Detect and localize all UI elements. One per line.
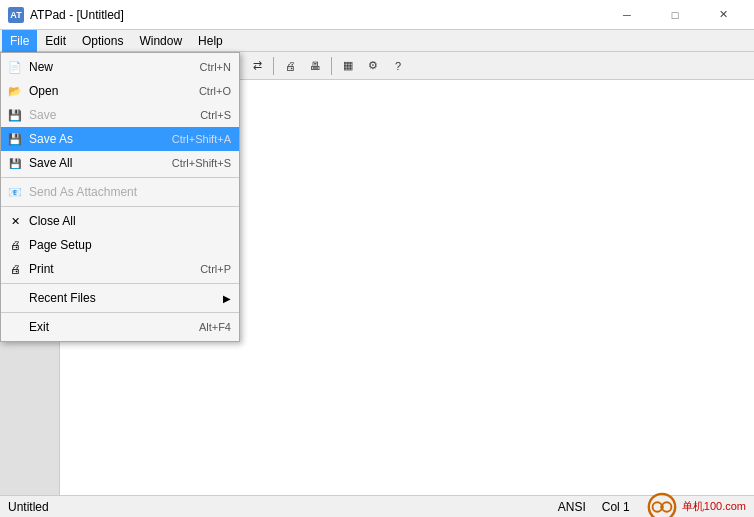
save-shortcut: Ctrl+S <box>200 109 231 121</box>
print-label: Print <box>29 262 54 276</box>
sep-2 <box>1 206 239 207</box>
menu-item-sendattach: Send As Attachment <box>1 180 239 204</box>
menu-item-print[interactable]: Print Ctrl+P <box>1 257 239 281</box>
print-shortcut: Ctrl+P <box>200 263 231 275</box>
saveas-icon <box>7 131 23 147</box>
new-shortcut: Ctrl+N <box>200 61 231 73</box>
menu-bar: File Edit Options Window Help <box>0 30 754 52</box>
sep-1 <box>1 177 239 178</box>
menu-options[interactable]: Options <box>74 30 131 52</box>
title-text: ATPad - [Untitled] <box>30 8 124 22</box>
saveas-label: Save As <box>29 132 73 146</box>
menu-item-exit[interactable]: Exit Alt+F4 <box>1 315 239 339</box>
maximize-button[interactable]: □ <box>652 0 698 30</box>
save-icon <box>7 107 23 123</box>
status-filename: Untitled <box>8 500 49 514</box>
title-bar-left: AT ATPad - [Untitled] <box>8 7 124 23</box>
status-position: Col 1 <box>602 500 630 514</box>
file-dropdown-menu: New Ctrl+N Open Ctrl+O Save Ctrl+S Save … <box>0 52 240 342</box>
recentfiles-label: Recent Files <box>29 291 96 305</box>
menu-help[interactable]: Help <box>190 30 231 52</box>
saveall-shortcut: Ctrl+Shift+S <box>172 157 231 169</box>
new-label: New <box>29 60 53 74</box>
print-icon <box>7 261 23 277</box>
menu-item-saveall[interactable]: Save All Ctrl+Shift+S <box>1 151 239 175</box>
watermark-logo: + <box>646 491 678 518</box>
toolbar-print[interactable]: 🖶 <box>303 55 327 77</box>
title-controls: ─ □ ✕ <box>604 0 746 30</box>
toolbar-sep-3 <box>273 57 274 75</box>
watermark-text: 单机100.com <box>682 499 746 514</box>
watermark-svg: + <box>646 490 678 518</box>
sendattach-label: Send As Attachment <box>29 185 137 199</box>
save-label: Save <box>29 108 56 122</box>
watermark-area: + 单机100.com <box>646 491 746 518</box>
toolbar-settings[interactable]: ⚙ <box>361 55 385 77</box>
menu-item-recentfiles[interactable]: Recent Files ▶ <box>1 286 239 310</box>
pagesetup-icon <box>7 237 23 253</box>
minimize-button[interactable]: ─ <box>604 0 650 30</box>
menu-item-saveas[interactable]: Save As Ctrl+Shift+A <box>1 127 239 151</box>
closeall-icon <box>7 213 23 229</box>
menu-item-pagesetup[interactable]: Page Setup <box>1 233 239 257</box>
open-label: Open <box>29 84 58 98</box>
open-shortcut: Ctrl+O <box>199 85 231 97</box>
send-icon <box>7 184 23 200</box>
menu-window[interactable]: Window <box>131 30 190 52</box>
toolbar-replace[interactable]: ⇄ <box>245 55 269 77</box>
new-icon <box>7 59 23 75</box>
svg-point-3 <box>660 505 664 509</box>
toolbar-help[interactable]: ? <box>386 55 410 77</box>
menu-file[interactable]: File <box>2 30 37 52</box>
toolbar-print-preview[interactable]: 🖨 <box>278 55 302 77</box>
saveas-shortcut: Ctrl+Shift+A <box>172 133 231 145</box>
menu-edit[interactable]: Edit <box>37 30 74 52</box>
app-icon: AT <box>8 7 24 23</box>
recentfiles-arrow: ▶ <box>223 293 231 304</box>
menu-item-open[interactable]: Open Ctrl+O <box>1 79 239 103</box>
exit-label: Exit <box>29 320 49 334</box>
menu-item-new[interactable]: New Ctrl+N <box>1 55 239 79</box>
close-button[interactable]: ✕ <box>700 0 746 30</box>
saveall-icon <box>7 155 23 171</box>
status-bar: Untitled ANSI Col 1 + 单机100.com <box>0 495 754 517</box>
saveall-label: Save All <box>29 156 72 170</box>
toolbar-sep-4 <box>331 57 332 75</box>
menu-item-closeall[interactable]: Close All <box>1 209 239 233</box>
status-right: ANSI Col 1 + 单机100.com <box>558 491 746 518</box>
closeall-label: Close All <box>29 214 76 228</box>
open-icon <box>7 83 23 99</box>
toolbar-col-mode[interactable]: ▦ <box>336 55 360 77</box>
status-encoding: ANSI <box>558 500 586 514</box>
sep-3 <box>1 283 239 284</box>
menu-item-save: Save Ctrl+S <box>1 103 239 127</box>
sep-4 <box>1 312 239 313</box>
pagesetup-label: Page Setup <box>29 238 92 252</box>
exit-shortcut: Alt+F4 <box>199 321 231 333</box>
title-bar: AT ATPad - [Untitled] ─ □ ✕ <box>0 0 754 30</box>
